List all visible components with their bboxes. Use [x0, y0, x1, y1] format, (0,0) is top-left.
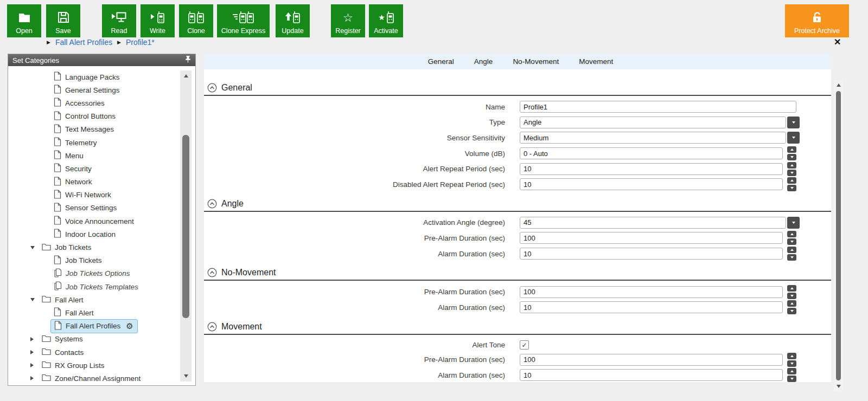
tab-angle[interactable]: Angle [468, 57, 493, 66]
sidebar-item-text-messages[interactable]: Text Messages [8, 123, 195, 136]
breadcrumb-profile1[interactable]: Profile1* [126, 38, 155, 47]
mv-pre-alarm-duration-stepper[interactable] [787, 353, 796, 367]
chevron-expanded-icon[interactable] [30, 298, 42, 301]
main-scrollbar[interactable] [834, 80, 843, 391]
spin-down-icon[interactable] [787, 254, 796, 261]
sidebar-item-systems-folder[interactable]: Systems [8, 333, 195, 346]
type-dropdown-value[interactable] [520, 117, 786, 128]
sidebar-item-job-tickets[interactable]: Job Tickets [8, 254, 195, 267]
main-scrollbar-thumb[interactable] [836, 91, 841, 380]
sidebar-item-zone-channel-assignment-folder[interactable]: Zone/Channel Assignment [8, 372, 195, 385]
protect-archive-button[interactable]: Protect Archive [785, 4, 849, 37]
sidebar-scrollbar-thumb[interactable] [182, 135, 189, 318]
sidebar-item-voice-announcement[interactable]: Voice Announcement [8, 215, 195, 228]
open-button[interactable]: Open [7, 4, 41, 37]
sidebar-item-sensor-settings[interactable]: Sensor Settings [8, 202, 195, 215]
angle-alarm-duration-stepper[interactable] [787, 247, 796, 261]
nm-alarm-duration-stepper[interactable] [787, 300, 796, 314]
spin-down-icon[interactable] [787, 293, 796, 299]
spin-down-icon[interactable] [787, 360, 796, 367]
sidebar-item-security[interactable]: Security [8, 162, 195, 175]
alert-repeat-period-stepper[interactable] [787, 162, 796, 176]
tab-no-movement[interactable]: No-Movement [507, 57, 559, 66]
sidebar-item-network[interactable]: Network [8, 176, 195, 189]
clone-button[interactable]: Clone [179, 4, 213, 37]
spin-up-icon[interactable] [787, 247, 796, 253]
sidebar-item-contacts-folder[interactable]: Contacts [8, 346, 195, 359]
sidebar-item-accessories[interactable]: Accessories [8, 96, 195, 109]
sidebar-item-fall-alert[interactable]: Fall Alert [8, 306, 195, 319]
chevron-collapsed-icon[interactable] [30, 337, 42, 341]
mv-pre-alarm-duration-input[interactable] [520, 354, 783, 366]
nm-pre-alarm-duration-stepper[interactable] [787, 285, 796, 299]
alert-repeat-period-input[interactable] [520, 163, 783, 175]
update-button[interactable]: Update [276, 4, 310, 37]
disabled-alert-repeat-period-input[interactable] [520, 178, 783, 190]
register-button[interactable]: ☆ Register [331, 4, 365, 37]
disabled-alert-repeat-period-stepper[interactable] [787, 177, 796, 191]
alert-tone-checkbox[interactable]: ✓ [520, 340, 529, 350]
mv-alarm-duration-stepper[interactable] [787, 368, 796, 382]
activation-angle-dropdown-value[interactable] [520, 217, 786, 229]
chevron-down-icon[interactable] [787, 217, 800, 229]
spin-up-icon[interactable] [787, 162, 796, 169]
collapse-icon[interactable] [207, 322, 217, 332]
nm-alarm-duration-input[interactable] [520, 301, 783, 313]
sidebar-item-wi-fi-network[interactable]: Wi-Fi Network [8, 189, 195, 202]
collapse-icon[interactable] [207, 268, 217, 277]
spin-down-icon[interactable] [787, 185, 796, 191]
spin-down-icon[interactable] [787, 170, 796, 176]
sidebar-item-fall-alert-folder[interactable]: Fall Alert [8, 293, 195, 306]
chevron-down-icon[interactable] [787, 132, 800, 144]
sidebar-item-job-tickets-templates[interactable]: Job Tickets Templates [8, 280, 195, 293]
sidebar-scrollbar[interactable] [180, 70, 192, 381]
sidebar-item-fall-alert-profiles[interactable]: Fall Alert Profiles ⚙ [50, 320, 195, 333]
sidebar-item-menu[interactable]: Menu [8, 149, 195, 162]
type-dropdown[interactable] [520, 117, 800, 128]
spin-up-icon[interactable] [787, 300, 796, 307]
spin-up-icon[interactable] [787, 353, 796, 359]
tab-general[interactable]: General [422, 57, 454, 66]
volume-input[interactable] [520, 147, 783, 159]
activate-button[interactable]: ★ Activate [369, 4, 403, 37]
clone-express-button[interactable]: Clone Express [217, 4, 270, 37]
spin-up-icon[interactable] [787, 146, 796, 153]
close-icon[interactable]: ✕ [834, 37, 841, 47]
save-button[interactable]: Save [46, 4, 80, 37]
angle-alarm-duration-input[interactable] [520, 248, 783, 260]
spin-down-icon[interactable] [787, 308, 796, 314]
breadcrumb-fall-alert-profiles[interactable]: Fall Alert Profiles [55, 38, 112, 47]
chevron-collapsed-icon[interactable] [30, 363, 42, 367]
spin-down-icon[interactable] [787, 154, 796, 160]
angle-pre-alarm-duration-input[interactable] [520, 232, 783, 244]
angle-pre-alarm-duration-stepper[interactable] [787, 231, 796, 245]
gear-icon[interactable]: ⚙ [126, 322, 133, 330]
volume-stepper[interactable] [787, 146, 796, 160]
spin-up-icon[interactable] [787, 231, 796, 237]
activation-angle-dropdown[interactable] [520, 217, 800, 229]
spin-down-icon[interactable] [787, 238, 796, 245]
collapse-icon[interactable] [207, 83, 217, 93]
tab-movement[interactable]: Movement [573, 57, 613, 66]
sidebar-item-language-packs[interactable]: Language Packs [8, 70, 195, 83]
read-button[interactable]: Read [102, 4, 136, 37]
sidebar-item-control-buttons[interactable]: Control Buttons [8, 110, 195, 123]
collapse-icon[interactable] [207, 199, 217, 209]
write-button[interactable]: Write [141, 4, 175, 37]
sensor-sensitivity-dropdown[interactable] [520, 132, 800, 144]
scroll-down-icon[interactable] [180, 372, 192, 380]
chevron-expanded-icon[interactable] [30, 246, 42, 249]
nm-pre-alarm-duration-input[interactable] [520, 286, 783, 298]
scroll-up-icon[interactable] [834, 81, 843, 89]
sensor-sensitivity-dropdown-value[interactable] [520, 132, 786, 144]
mv-alarm-duration-input[interactable] [520, 369, 783, 381]
chevron-collapsed-icon[interactable] [30, 350, 42, 354]
scroll-up-icon[interactable] [180, 72, 192, 80]
spin-up-icon[interactable] [787, 285, 796, 292]
sidebar-item-indoor-location[interactable]: Indoor Location [8, 228, 195, 241]
scroll-down-icon[interactable] [834, 383, 843, 390]
name-input[interactable] [520, 101, 796, 113]
spin-down-icon[interactable] [787, 376, 796, 382]
sidebar-item-telemetry[interactable]: Telemetry [8, 136, 195, 149]
sidebar-item-rx-group-lists-folder[interactable]: RX Group Lists [8, 359, 195, 372]
